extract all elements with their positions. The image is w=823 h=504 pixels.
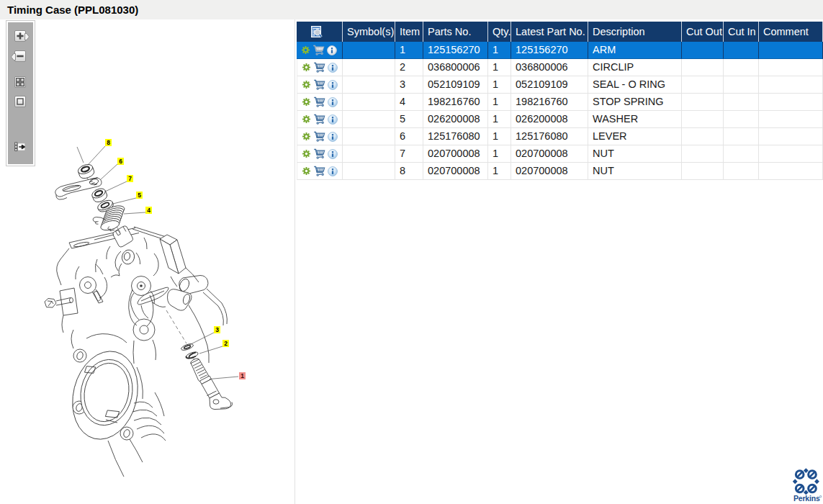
- svg-text:8: 8: [107, 139, 110, 146]
- svg-text:1: 1: [240, 372, 244, 379]
- svg-text:6: 6: [119, 158, 122, 165]
- svg-text:Perkins: Perkins: [793, 494, 820, 503]
- svg-text:2: 2: [224, 340, 228, 347]
- svg-text:3: 3: [215, 326, 219, 333]
- svg-text:5: 5: [138, 192, 141, 199]
- svg-text:4: 4: [147, 207, 150, 214]
- svg-text:7: 7: [128, 175, 132, 182]
